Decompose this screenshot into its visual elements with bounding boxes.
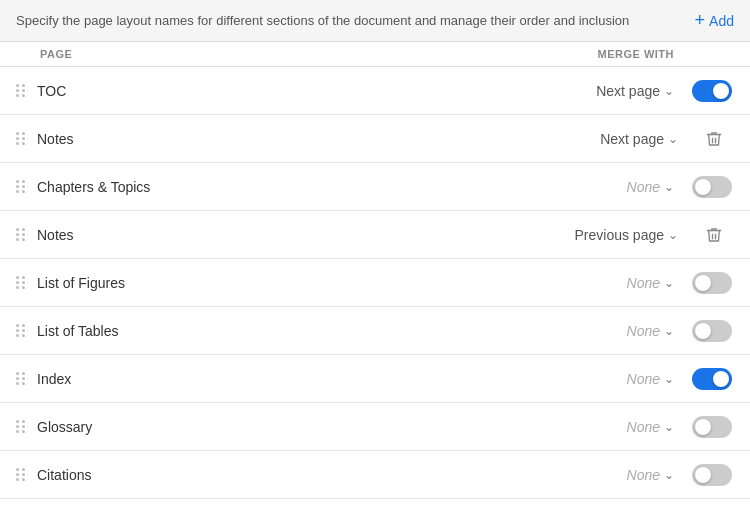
toggle-chapters-topics[interactable] — [692, 176, 732, 198]
drag-handle[interactable] — [16, 228, 25, 241]
row-name-glossary: Glossary — [37, 419, 554, 435]
add-label: Add — [709, 13, 734, 29]
toggle-knob — [713, 371, 729, 387]
table-row: Chapters & TopicsNone⌄ — [0, 163, 750, 211]
merge-value: None — [627, 179, 660, 195]
row-name-toc: TOC — [37, 83, 554, 99]
row-name-notes-1: Notes — [37, 131, 558, 147]
table-row: GlossaryNone⌄ — [0, 403, 750, 451]
table-row: List of TablesNone⌄ — [0, 307, 750, 355]
drag-handle[interactable] — [16, 180, 25, 193]
toggle-list-of-tables[interactable] — [692, 320, 732, 342]
drag-handle[interactable] — [16, 84, 25, 97]
toggle-toc[interactable] — [692, 80, 732, 102]
drag-handle[interactable] — [16, 324, 25, 337]
merge-dropdown-list-of-tables[interactable]: None⌄ — [554, 323, 674, 339]
col-merge-label: MERGE WITH — [598, 48, 675, 60]
table-row: TOCNext page⌄ — [0, 67, 750, 115]
add-button[interactable]: + Add — [695, 10, 734, 31]
row-name-chapters-topics: Chapters & Topics — [37, 179, 554, 195]
chevron-down-icon: ⌄ — [668, 132, 678, 146]
drag-handle[interactable] — [16, 420, 25, 433]
drag-handle[interactable] — [16, 276, 25, 289]
merge-dropdown-notes-2[interactable]: Previous page⌄ — [558, 227, 678, 243]
chevron-down-icon: ⌄ — [664, 468, 674, 482]
merge-value: Previous page — [574, 227, 664, 243]
merge-dropdown-glossary[interactable]: None⌄ — [554, 419, 674, 435]
table-row: NotesPrevious page⌄ — [0, 211, 750, 259]
toggle-knob — [713, 83, 729, 99]
table-row: List of FiguresNone⌄ — [0, 259, 750, 307]
chevron-down-icon: ⌄ — [664, 420, 674, 434]
merge-dropdown-notes-1[interactable]: Next page⌄ — [558, 131, 678, 147]
merge-value: None — [627, 467, 660, 483]
merge-value: Next page — [596, 83, 660, 99]
plus-icon: + — [695, 10, 706, 31]
toggle-glossary[interactable] — [692, 416, 732, 438]
header-description: Specify the page layout names for differ… — [16, 13, 629, 28]
row-name-list-of-figures: List of Figures — [37, 275, 554, 291]
row-name-citations: Citations — [37, 467, 554, 483]
chevron-down-icon: ⌄ — [664, 324, 674, 338]
row-name-index: Index — [37, 371, 554, 387]
row-name-notes-2: Notes — [37, 227, 558, 243]
merge-value: None — [627, 419, 660, 435]
toggle-list-of-figures[interactable] — [692, 272, 732, 294]
col-page-label: PAGE — [16, 48, 598, 60]
header-bar: Specify the page layout names for differ… — [0, 0, 750, 42]
toggle-index[interactable] — [692, 368, 732, 390]
drag-handle[interactable] — [16, 132, 25, 145]
merge-value: None — [627, 275, 660, 291]
chevron-down-icon: ⌄ — [668, 228, 678, 242]
trash-icon-notes-1[interactable] — [694, 130, 734, 148]
toggle-knob — [695, 323, 711, 339]
table-row: NotesNext page⌄ — [0, 115, 750, 163]
merge-dropdown-list-of-figures[interactable]: None⌄ — [554, 275, 674, 291]
chevron-down-icon: ⌄ — [664, 276, 674, 290]
merge-value: None — [627, 323, 660, 339]
table-row: IndexNone⌄ — [0, 355, 750, 403]
toggle-knob — [695, 419, 711, 435]
merge-dropdown-citations[interactable]: None⌄ — [554, 467, 674, 483]
drag-handle[interactable] — [16, 372, 25, 385]
drag-handle[interactable] — [16, 468, 25, 481]
merge-dropdown-index[interactable]: None⌄ — [554, 371, 674, 387]
merge-dropdown-toc[interactable]: Next page⌄ — [554, 83, 674, 99]
toggle-citations[interactable] — [692, 464, 732, 486]
trash-icon-notes-2[interactable] — [694, 226, 734, 244]
merge-value: Next page — [600, 131, 664, 147]
toggle-knob — [695, 275, 711, 291]
chevron-down-icon: ⌄ — [664, 372, 674, 386]
column-headers: PAGE MERGE WITH — [0, 42, 750, 67]
toggle-knob — [695, 467, 711, 483]
chevron-down-icon: ⌄ — [664, 180, 674, 194]
table-row: CitationsNone⌄ — [0, 451, 750, 499]
merge-dropdown-chapters-topics[interactable]: None⌄ — [554, 179, 674, 195]
chevron-down-icon: ⌄ — [664, 84, 674, 98]
toggle-knob — [695, 179, 711, 195]
row-name-list-of-tables: List of Tables — [37, 323, 554, 339]
rows-container: TOCNext page⌄ NotesNext page⌄ Chapters &… — [0, 67, 750, 499]
merge-value: None — [627, 371, 660, 387]
